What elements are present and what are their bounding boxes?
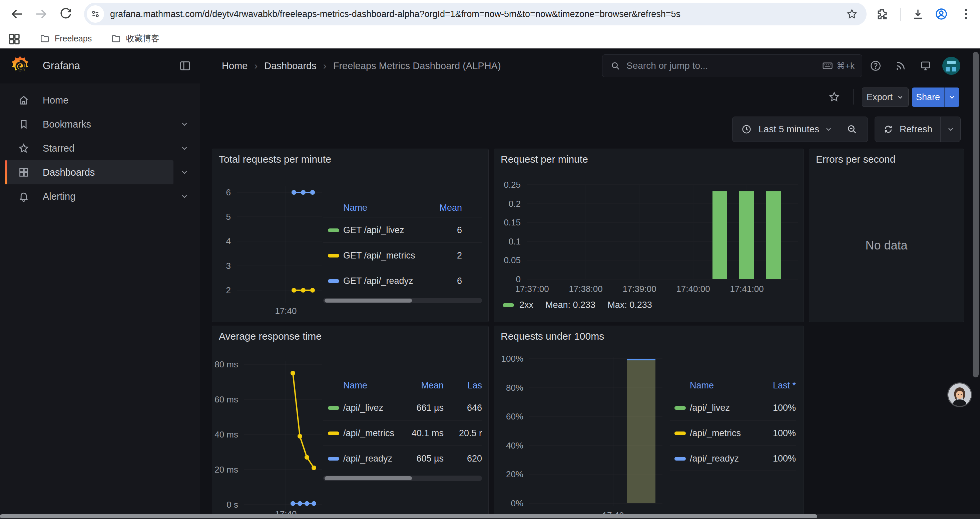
toolbar-divider xyxy=(900,8,900,21)
vertical-scrollbar[interactable] xyxy=(973,52,978,377)
breadcrumb-separator: › xyxy=(254,60,258,72)
legend-row[interactable]: GET /api/_readyz 6 xyxy=(323,268,482,293)
time-range-label[interactable]: Last 5 minutes xyxy=(759,124,819,134)
svg-text:0.05: 0.05 xyxy=(504,255,521,265)
bookmark-folder-freeleaps[interactable]: Freeleaps xyxy=(35,31,96,46)
sidebar-item-bookmarks[interactable]: Bookmarks xyxy=(5,112,173,136)
svg-text:0.25: 0.25 xyxy=(504,180,521,190)
chevron-down-icon xyxy=(824,125,832,133)
refresh-label[interactable]: Refresh xyxy=(900,124,932,134)
col-mean[interactable]: Mean xyxy=(439,198,462,217)
browser-forward-icon[interactable] xyxy=(34,7,48,21)
sidebar-item-dashboards[interactable]: Dashboards xyxy=(5,160,173,184)
grafana-header: Grafana Home › Dashboards › Freeleaps Me… xyxy=(0,48,980,83)
browser-back-icon[interactable] xyxy=(10,7,24,21)
help-icon[interactable] xyxy=(870,60,881,72)
svg-text:17:39:00: 17:39:00 xyxy=(622,284,656,294)
panel-errors-per-second: Errors per second No data xyxy=(809,149,964,322)
series-color-pill xyxy=(328,406,339,410)
panel-average-response-time: Average response time 80 ms60 ms40 ms20 … xyxy=(212,326,488,519)
legend-row[interactable]: GET /api/_livez 6 xyxy=(323,217,482,243)
svg-text:0.15: 0.15 xyxy=(504,217,521,227)
panel-title[interactable]: Total requests per minute xyxy=(219,153,331,165)
sidebar-item-label: Starred xyxy=(43,143,75,154)
chart-legend[interactable]: 2xx Mean: 0.233 Max: 0.233 xyxy=(503,300,652,310)
group-divider xyxy=(840,117,840,142)
legend-header: Name Mean Las xyxy=(323,376,482,395)
bookmark-label: 收藏博客 xyxy=(126,33,159,44)
col-name[interactable]: Name xyxy=(343,376,367,395)
col-last[interactable]: Las xyxy=(467,376,482,395)
chevron-down-icon xyxy=(180,144,189,153)
breadcrumb-dashboards[interactable]: Dashboards xyxy=(264,61,316,72)
browser-menu-icon[interactable] xyxy=(959,7,973,21)
bell-icon xyxy=(18,191,29,202)
brand-name: Grafana xyxy=(43,48,80,83)
extensions-icon[interactable] xyxy=(875,7,889,21)
user-avatar[interactable] xyxy=(942,57,960,75)
series-color-pill xyxy=(328,279,339,283)
browser-reload-icon[interactable] xyxy=(59,7,73,21)
request-per-minute-chart[interactable]: 0.250.20.150.10.05017:37:0017:38:0017:39… xyxy=(494,149,803,322)
actions-divider xyxy=(853,89,854,105)
bookmark-star-icon[interactable] xyxy=(846,8,858,20)
bookmark-folder-blog[interactable]: 收藏博客 xyxy=(106,31,164,46)
grafana-logo[interactable] xyxy=(10,55,31,77)
legend-row[interactable]: /api/_metrics 100% xyxy=(670,420,796,446)
svg-text:60 ms: 60 ms xyxy=(215,394,238,404)
profile-icon[interactable] xyxy=(935,7,948,21)
favorite-dashboard-star-icon[interactable] xyxy=(828,91,840,103)
share-menu-button[interactable] xyxy=(944,88,959,107)
panel-title[interactable]: Average response time xyxy=(219,331,321,342)
export-button[interactable]: Export xyxy=(862,88,908,107)
col-mean[interactable]: Mean xyxy=(421,376,444,395)
legend-row[interactable]: GET /api/_metrics 2 xyxy=(323,243,482,268)
breadcrumb-separator: › xyxy=(323,60,326,72)
scrollbar-thumb[interactable] xyxy=(325,476,412,480)
legend-scrollbar[interactable] xyxy=(323,476,482,481)
dock-menu-icon[interactable] xyxy=(179,59,191,72)
legend-table: Name Mean Las /api/_livez 661 µs 646 /ap… xyxy=(323,376,482,481)
sidebar-item-starred[interactable]: Starred xyxy=(5,136,173,160)
bookmark-icon xyxy=(18,118,29,130)
legend-series-name: 2xx xyxy=(519,300,533,310)
folder-icon xyxy=(111,33,121,44)
zoom-out-icon[interactable] xyxy=(846,124,858,135)
breadcrumb-home[interactable]: Home xyxy=(222,61,248,72)
horizontal-scrollbar-thumb[interactable] xyxy=(0,514,817,518)
news-rss-icon[interactable] xyxy=(895,60,907,72)
url-text[interactable]: grafana.mathmast.com/d/deytv4rwavabkb/fr… xyxy=(110,3,681,26)
search-input[interactable]: Search or jump to... ⌘+k xyxy=(602,54,862,77)
keyboard-icon xyxy=(822,60,833,72)
address-bar[interactable]: grafana.mathmast.com/d/deytv4rwavabkb/fr… xyxy=(84,3,867,26)
sidebar-nav: Home Bookmarks Starred Dashboards Alerti… xyxy=(0,83,200,519)
browser-toolbar: grafana.mathmast.com/d/deytv4rwavabkb/fr… xyxy=(0,0,980,28)
col-last[interactable]: Last * xyxy=(773,376,796,395)
legend-row[interactable]: /api/_metrics 40.1 ms 20.5 r xyxy=(323,420,482,446)
scrollbar-thumb[interactable] xyxy=(325,299,412,303)
apps-grid-icon[interactable] xyxy=(7,32,20,45)
panel-title[interactable]: Request per minute xyxy=(501,153,588,165)
sidebar-item-home[interactable]: Home xyxy=(5,88,173,112)
col-name[interactable]: Name xyxy=(690,376,714,395)
site-settings-icon[interactable] xyxy=(87,5,104,23)
legend-row[interactable]: /api/_livez 661 µs 646 xyxy=(323,395,482,420)
legend-row[interactable]: /api/_readyz 605 µs 620 xyxy=(323,446,482,471)
monitor-icon[interactable] xyxy=(920,60,932,72)
col-name[interactable]: Name xyxy=(343,198,367,217)
legend-row[interactable]: /api/_livez 100% xyxy=(670,395,796,420)
horizontal-scrollbar-track[interactable] xyxy=(0,514,980,519)
home-icon xyxy=(18,94,29,106)
legend-scrollbar[interactable] xyxy=(323,298,482,303)
series-color-pill xyxy=(675,431,686,435)
svg-text:20%: 20% xyxy=(506,469,523,479)
sidebar-item-alerting[interactable]: Alerting xyxy=(5,184,173,208)
share-button[interactable]: Share xyxy=(912,88,944,107)
floating-avatar[interactable] xyxy=(948,383,971,406)
legend-row[interactable]: /api/_readyz 100% xyxy=(670,446,796,471)
panel-title[interactable]: Errors per second xyxy=(816,153,895,165)
chevron-down-icon xyxy=(897,94,904,101)
download-icon[interactable] xyxy=(911,7,924,21)
chevron-down-icon xyxy=(180,192,189,201)
panel-title[interactable]: Requests under 100ms xyxy=(501,331,604,342)
